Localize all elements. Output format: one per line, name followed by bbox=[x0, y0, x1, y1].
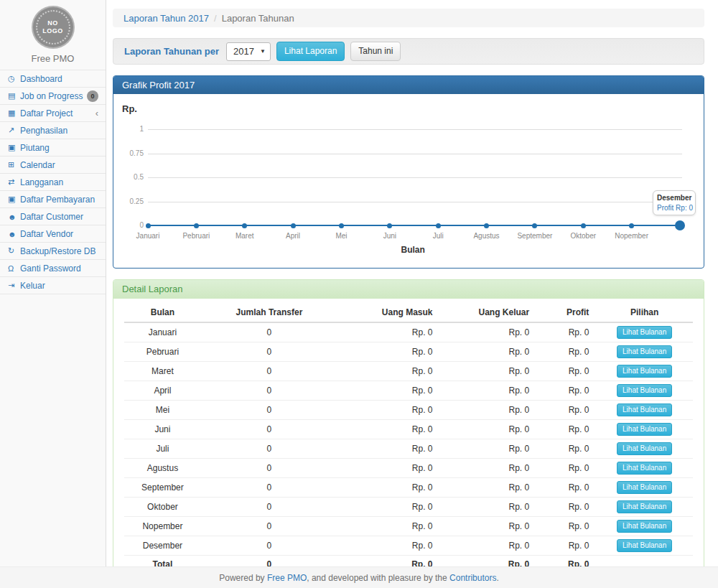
cell-profit: Rp. 0 bbox=[536, 517, 596, 536]
cell-jumlah-transfer: 0 bbox=[201, 420, 337, 439]
table-icon: ▦ bbox=[8, 108, 20, 118]
cell-uang-masuk: Rp. 0 bbox=[337, 342, 440, 362]
x-tick-label: Juni bbox=[367, 232, 413, 240]
sidebar-item-calendar[interactable]: ⊞Calendar bbox=[0, 157, 106, 174]
sidebar-item-daftar-customer[interactable]: ☻Daftar Customer bbox=[0, 208, 106, 225]
year-filter-label: Laporan Tahunan per bbox=[124, 46, 219, 57]
lihat-bulanan-button-maret[interactable]: Lihat Bulanan bbox=[617, 365, 672, 378]
breadcrumb-separator: / bbox=[214, 13, 217, 24]
money-icon: ▣ bbox=[8, 143, 20, 152]
cell-bulan: Maret bbox=[124, 362, 201, 381]
cell-profit: Rp. 0 bbox=[536, 381, 596, 401]
tooltip-value: Profit Rp: 0 bbox=[657, 204, 691, 212]
x-tick-label: Agustus bbox=[464, 232, 510, 240]
line-chart-icon: ↗ bbox=[8, 126, 20, 135]
y-tick-label: 0.5 bbox=[113, 173, 144, 181]
footer-text: Powered by Free PMO, and developed with … bbox=[219, 573, 499, 583]
data-point-pebruari[interactable] bbox=[194, 223, 199, 228]
data-point-nopember[interactable] bbox=[629, 223, 634, 228]
cell-uang-keluar: Rp. 0 bbox=[440, 439, 537, 459]
x-tick-label: April bbox=[270, 232, 316, 240]
cell-jumlah-transfer: 0 bbox=[201, 498, 337, 517]
sidebar-item-daftar-vendor[interactable]: ☻Daftar Vendor bbox=[0, 225, 106, 243]
lihat-bulanan-button-januari[interactable]: Lihat Bulanan bbox=[617, 326, 672, 339]
breadcrumb-link-laporan-tahun[interactable]: Laporan Tahun 2017 bbox=[123, 13, 209, 24]
detail-table: BulanJumlah TransferUang MasukUang Kelua… bbox=[124, 303, 693, 573]
lihat-bulanan-button-april[interactable]: Lihat Bulanan bbox=[617, 384, 672, 397]
gridline bbox=[148, 202, 682, 202]
sidebar-item-label: Langganan bbox=[20, 177, 98, 187]
lihat-bulanan-button-desember[interactable]: Lihat Bulanan bbox=[617, 539, 672, 552]
table-header-row: BulanJumlah TransferUang MasukUang Kelua… bbox=[124, 303, 693, 322]
data-point-juni[interactable] bbox=[387, 223, 392, 228]
sidebar-item-backup-restore-db[interactable]: ↻Backup/Restore DB bbox=[0, 243, 106, 260]
sidebar-item-label: Piutang bbox=[20, 143, 98, 153]
data-point-maret[interactable] bbox=[242, 223, 247, 228]
data-point-april[interactable] bbox=[291, 223, 296, 228]
sidebar-item-keluar[interactable]: ⇥Keluar bbox=[0, 277, 106, 294]
sidebar-item-job-on-progress[interactable]: ▤Job on Progress0 bbox=[0, 88, 106, 105]
data-point-oktober[interactable] bbox=[581, 223, 586, 228]
no-logo-text: NO LOGO bbox=[42, 19, 63, 36]
cell-pilihan: Lihat Bulanan bbox=[596, 420, 693, 439]
cell-jumlah-transfer: 0 bbox=[201, 381, 337, 401]
data-point-agustus[interactable] bbox=[484, 223, 489, 228]
breadcrumb: Laporan Tahun 2017 / Laporan Tahunan bbox=[113, 9, 704, 27]
sidebar-item-dashboard[interactable]: ◷Dashboard bbox=[0, 70, 106, 88]
sidebar-item-daftar-pembayaran[interactable]: ▣Daftar Pembayaran bbox=[0, 191, 106, 208]
gridline bbox=[148, 177, 682, 178]
lihat-bulanan-button-oktober[interactable]: Lihat Bulanan bbox=[617, 500, 672, 513]
cell-profit: Rp. 0 bbox=[536, 478, 596, 498]
lihat-bulanan-button-mei[interactable]: Lihat Bulanan bbox=[617, 403, 672, 416]
tooltip-title: Desember bbox=[657, 194, 691, 202]
lihat-bulanan-button-pebruari[interactable]: Lihat Bulanan bbox=[617, 345, 672, 358]
x-tick-label: September bbox=[512, 232, 558, 240]
sidebar-item-ganti-password[interactable]: ΩGanti Password bbox=[0, 260, 106, 277]
cell-profit: Rp. 0 bbox=[536, 322, 596, 342]
cell-uang-keluar: Rp. 0 bbox=[440, 342, 537, 362]
data-point-januari[interactable] bbox=[146, 223, 151, 228]
lihat-bulanan-button-agustus[interactable]: Lihat Bulanan bbox=[617, 462, 672, 475]
tahun-ini-button[interactable]: Tahun ini bbox=[350, 42, 401, 60]
users-icon: ☻ bbox=[8, 213, 20, 221]
sidebar-item-daftar-project[interactable]: ▦Daftar Project‹ bbox=[0, 105, 106, 122]
contributors-link[interactable]: Contributors bbox=[449, 573, 496, 583]
sidebar-item-piutang[interactable]: ▣Piutang bbox=[0, 139, 106, 157]
cell-bulan: Nopember bbox=[124, 517, 201, 536]
x-tick-label: Pebruari bbox=[173, 232, 219, 240]
data-point-mei[interactable] bbox=[339, 223, 344, 228]
cell-uang-keluar: Rp. 0 bbox=[440, 322, 537, 342]
sidebar-item-langganan[interactable]: ⇄Langganan bbox=[0, 174, 106, 191]
cell-jumlah-transfer: 0 bbox=[201, 536, 337, 556]
sidebar-item-penghasilan[interactable]: ↗Penghasilan bbox=[0, 122, 106, 139]
cell-bulan: Oktober bbox=[124, 498, 201, 517]
sign-out-icon: ⇥ bbox=[8, 281, 20, 290]
cell-profit: Rp. 0 bbox=[536, 362, 596, 381]
data-point-september[interactable] bbox=[532, 223, 537, 228]
y-tick-label: 0.25 bbox=[113, 197, 144, 205]
table-row-nopember: Nopember0Rp. 0Rp. 0Rp. 0Lihat Bulanan bbox=[124, 517, 693, 536]
column-header-uang-masuk: Uang Masuk bbox=[337, 303, 440, 322]
lihat-laporan-button[interactable]: Lihat Laporan bbox=[276, 42, 345, 60]
data-point-desember[interactable] bbox=[675, 220, 685, 230]
cell-profit: Rp. 0 bbox=[536, 401, 596, 420]
lihat-bulanan-button-juli[interactable]: Lihat Bulanan bbox=[617, 442, 672, 455]
cell-jumlah-transfer: 0 bbox=[201, 478, 337, 498]
year-select[interactable]: 2017 ▼ bbox=[226, 42, 271, 61]
cell-uang-keluar: Rp. 0 bbox=[440, 420, 537, 439]
cell-pilihan: Lihat Bulanan bbox=[596, 459, 693, 478]
column-header-uang-keluar: Uang Keluar bbox=[440, 303, 537, 322]
lihat-bulanan-button-september[interactable]: Lihat Bulanan bbox=[617, 481, 672, 494]
lihat-bulanan-button-nopember[interactable]: Lihat Bulanan bbox=[617, 520, 672, 533]
cell-bulan: Juni bbox=[124, 420, 201, 439]
table-row-september: September0Rp. 0Rp. 0Rp. 0Lihat Bulanan bbox=[124, 478, 693, 498]
dashboard-icon: ◷ bbox=[8, 74, 20, 83]
table-row-agustus: Agustus0Rp. 0Rp. 0Rp. 0Lihat Bulanan bbox=[124, 459, 693, 478]
lihat-bulanan-button-juni[interactable]: Lihat Bulanan bbox=[617, 423, 672, 436]
cell-profit: Rp. 0 bbox=[536, 536, 596, 556]
users-icon: ☻ bbox=[8, 230, 20, 238]
data-point-juli[interactable] bbox=[436, 223, 441, 228]
free-pmo-link[interactable]: Free PMO bbox=[267, 573, 307, 583]
calendar-icon: ⊞ bbox=[8, 160, 20, 169]
gridline bbox=[148, 129, 682, 130]
